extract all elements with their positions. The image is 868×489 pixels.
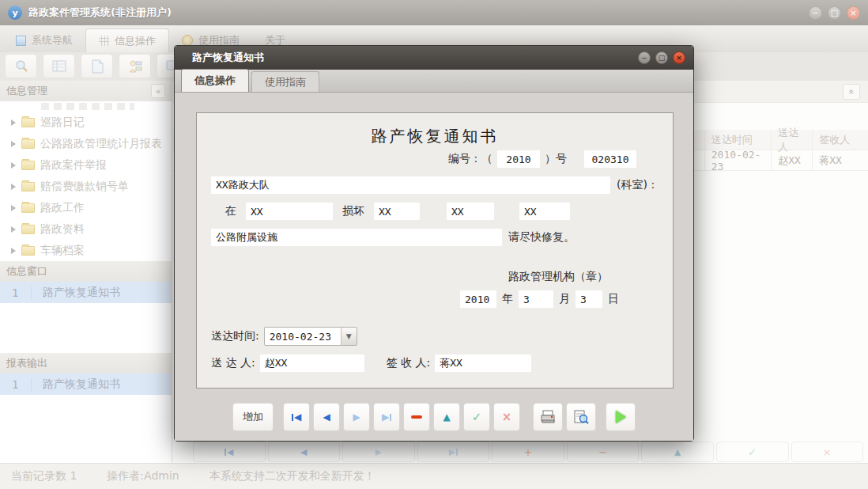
info-window-header: 信息窗口 — [0, 261, 172, 282]
col-delivery-time[interactable]: 送达时间 — [704, 130, 771, 150]
dialog-close-button[interactable]: × — [673, 51, 685, 64]
dialog-title: 路产恢复通知书 — [192, 51, 264, 65]
tab-info-operation[interactable]: 信息操作 — [85, 28, 169, 52]
seal-year-field[interactable] — [460, 290, 496, 308]
organization-field[interactable] — [211, 176, 610, 194]
add-record-button[interactable]: + — [492, 442, 564, 462]
preview-icon — [572, 409, 590, 425]
dialog-tab-info-operation[interactable]: 信息操作 — [181, 69, 249, 92]
tree-item-case-report[interactable]: 路政案件举报 — [0, 154, 172, 176]
confirm-button[interactable]: ✓ — [463, 403, 490, 431]
last-record-button[interactable]: ▶ — [417, 442, 490, 462]
tree-item-road-data[interactable]: 路政资料 — [0, 218, 172, 240]
deliverer-label: 送 达 人: — [211, 356, 255, 370]
location-field[interactable] — [246, 203, 333, 220]
confirm-button[interactable]: ✓ — [716, 442, 789, 462]
next-record-button[interactable]: ▶ — [342, 442, 415, 462]
app-titlebar: y 路政案件管理系统(非注册用户) − □ × — [0, 0, 868, 25]
prev-record-button[interactable]: ◀ — [268, 442, 341, 462]
deliverer-field[interactable] — [260, 354, 364, 372]
list-view-icon[interactable] — [43, 54, 75, 78]
tree-item-monthly-report[interactable]: 公路路政管理统计月报表 — [0, 133, 172, 154]
first-record-button[interactable]: ◀ — [193, 442, 266, 462]
info-management-header: 信息管理 « — [0, 81, 172, 101]
info-window-item[interactable]: 1 路产恢复通知书 — [0, 282, 172, 304]
delivery-time-label: 送达时间: — [211, 329, 259, 343]
tree-item-compensation[interactable]: 赔偿费缴款销号单 — [0, 176, 172, 197]
dialog-maximize-button[interactable]: □ — [655, 51, 668, 64]
prev-record-button[interactable]: ◀ — [313, 403, 340, 431]
close-button[interactable]: × — [847, 6, 860, 20]
number-year-field[interactable] — [497, 150, 540, 168]
extra-field-1[interactable] — [447, 203, 494, 220]
expand-icon[interactable] — [11, 141, 16, 147]
dialog-tab-user-guide[interactable]: 使用指南 — [251, 71, 319, 92]
signer-field[interactable] — [435, 354, 531, 372]
tab-label: 系统导航 — [32, 33, 73, 47]
document-icon[interactable] — [81, 54, 113, 78]
maximize-button[interactable]: □ — [828, 6, 841, 20]
edit-record-button[interactable]: ▲ — [433, 403, 460, 431]
tree-item-patrol-diary[interactable]: 巡路日记 — [0, 112, 172, 133]
preview-button[interactable] — [566, 403, 596, 431]
seal-month-field[interactable] — [519, 290, 553, 308]
edit-record-button[interactable]: ▲ — [641, 442, 714, 462]
agency-seal-label: 路政管理机构（章） — [508, 270, 608, 284]
expand-icon[interactable] — [11, 184, 16, 190]
expand-icon[interactable] — [11, 226, 16, 233]
delivery-time-field[interactable] — [265, 328, 341, 345]
at-label: 在 — [225, 204, 236, 218]
dialog-titlebar[interactable]: 路产恢复通知书 − □ × — [175, 46, 693, 70]
number-value-field[interactable] — [584, 150, 636, 168]
tab-system-nav[interactable]: 系统导航 — [3, 28, 85, 52]
expand-icon[interactable] — [11, 205, 16, 211]
section-title: 报表输出 — [6, 356, 47, 370]
repair-label: 请尽快修复。 — [508, 230, 575, 244]
run-report-button[interactable] — [606, 403, 636, 431]
year-label: 年 — [502, 292, 513, 306]
delivery-time-combobox[interactable]: ▼ — [264, 327, 357, 346]
add-button[interactable]: 增加 — [232, 403, 274, 431]
col-signer[interactable]: 签收人 — [812, 130, 868, 150]
collapse-up-icon[interactable]: « — [843, 84, 860, 100]
item-label: 路产恢复通知书 — [32, 377, 120, 392]
next-record-button[interactable]: ▶ — [343, 403, 370, 431]
info-tree: 巡路日记 公路路政管理统计月报表 路政案件举报 赔偿费缴款销号单 路政工作 路政… — [0, 101, 172, 261]
damage-label: 损坏 — [342, 204, 364, 218]
expand-icon[interactable] — [11, 119, 16, 126]
day-label: 日 — [608, 292, 619, 306]
tree-item-vehicle-files[interactable]: 车辆档案 — [0, 240, 172, 261]
status-bar: 当前记录数 1 操作者:Admin 本系统支持二次开发和全新开发！ — [0, 463, 868, 489]
folder-icon — [21, 246, 35, 256]
delete-record-button[interactable]: − — [567, 442, 640, 462]
item-index: 1 — [0, 286, 32, 299]
guide-icon — [182, 35, 193, 46]
cancel-button[interactable]: × — [493, 403, 520, 431]
item-label: 路产恢复通知书 — [32, 286, 120, 300]
tree-label: 路政资料 — [40, 222, 85, 237]
delete-record-button[interactable] — [403, 403, 430, 431]
expand-icon[interactable] — [11, 162, 16, 169]
minimize-button[interactable]: − — [809, 6, 822, 20]
facility-field[interactable] — [211, 229, 502, 246]
report-output-item[interactable]: 1 路产恢复通知书 — [0, 373, 172, 396]
seal-day-field[interactable] — [576, 290, 602, 308]
damage-field[interactable] — [374, 203, 420, 220]
first-record-button[interactable]: ◀ — [283, 403, 310, 431]
print-button[interactable] — [533, 403, 563, 431]
user-settings-icon[interactable] — [119, 54, 151, 78]
search-icon[interactable] — [5, 54, 37, 78]
col-deliverer[interactable]: 送达人 — [771, 130, 812, 150]
chevron-down-icon[interactable]: ▼ — [341, 328, 357, 345]
cancel-button[interactable]: × — [791, 442, 864, 462]
tree-label: 车辆档案 — [40, 244, 85, 258]
folder-icon — [21, 225, 35, 234]
dialog-minimize-button[interactable]: − — [638, 51, 651, 64]
last-record-button[interactable]: ▶ — [373, 403, 400, 431]
extra-field-2[interactable] — [519, 203, 570, 220]
tree-label: 路政工作 — [40, 201, 85, 215]
collapse-left-icon[interactable]: « — [151, 84, 165, 98]
tree-item-road-work[interactable]: 路政工作 — [0, 197, 172, 218]
play-icon — [616, 411, 626, 423]
expand-icon[interactable] — [11, 248, 16, 254]
